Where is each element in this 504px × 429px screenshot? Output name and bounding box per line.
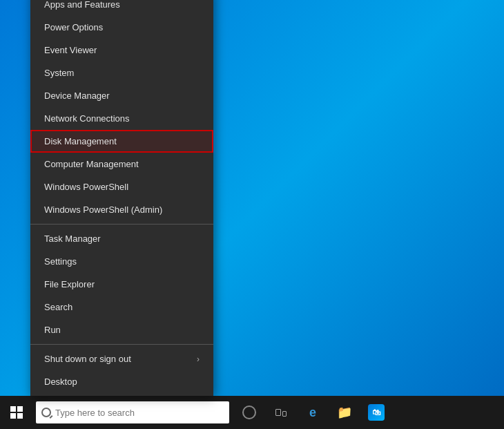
menu-item-label-task-manager: Task Manager xyxy=(44,233,101,244)
menu-item-file-explorer[interactable]: File Explorer xyxy=(30,273,213,296)
menu-item-label-device-manager: Device Manager xyxy=(44,90,110,101)
menu-item-settings[interactable]: Settings xyxy=(30,250,213,273)
search-input[interactable] xyxy=(55,408,224,418)
cortana-icon xyxy=(242,406,256,419)
menu-separator xyxy=(30,224,213,225)
menu-item-label-file-explorer: File Explorer xyxy=(44,279,95,289)
edge-icon: e xyxy=(309,406,316,420)
taskbar-search-box[interactable] xyxy=(36,401,229,423)
menu-item-shut-down-or-sign-out[interactable]: Shut down or sign out› xyxy=(30,347,213,370)
menu-item-label-search: Search xyxy=(44,302,72,312)
file-explorer-button[interactable]: 📁 xyxy=(330,396,359,429)
menu-item-computer-management[interactable]: Computer Management xyxy=(30,153,213,175)
menu-item-label-desktop: Desktop xyxy=(44,376,77,387)
menu-item-disk-management[interactable]: Disk Management xyxy=(30,130,213,153)
menu-item-run[interactable]: Run xyxy=(30,318,213,341)
menu-item-label-power-options: Power Options xyxy=(44,22,103,32)
menu-item-desktop[interactable]: Desktop xyxy=(30,370,213,393)
menu-item-network-connections[interactable]: Network Connections xyxy=(30,107,213,130)
menu-item-windows-powershell[interactable]: Windows PowerShell xyxy=(30,175,213,198)
menu-item-label-windows-powershell: Windows PowerShell xyxy=(44,182,128,192)
menu-item-power-options[interactable]: Power Options xyxy=(30,16,213,39)
taskview-button[interactable] xyxy=(266,396,295,429)
store-button[interactable]: 🛍 xyxy=(362,396,391,429)
menu-item-search[interactable]: Search xyxy=(30,296,213,318)
cortana-button[interactable] xyxy=(235,396,264,429)
taskview-rect-2 xyxy=(282,411,287,417)
taskview-rect-1 xyxy=(275,409,281,416)
folder-icon: 📁 xyxy=(337,405,352,420)
menu-item-system[interactable]: System xyxy=(30,61,213,84)
menu-item-event-viewer[interactable]: Event Viewer xyxy=(30,39,213,61)
menu-item-label-system: System xyxy=(44,68,74,78)
menu-item-label-event-viewer: Event Viewer xyxy=(44,45,97,55)
menu-separator xyxy=(30,344,213,345)
windows-logo-icon xyxy=(10,406,23,419)
menu-item-windows-powershell-admin[interactable]: Windows PowerShell (Admin) xyxy=(30,198,213,221)
menu-item-label-run: Run xyxy=(44,325,61,335)
menu-item-device-manager[interactable]: Device Manager xyxy=(30,84,213,107)
menu-item-label-windows-powershell-admin: Windows PowerShell (Admin) xyxy=(44,204,162,215)
menu-item-label-network-connections: Network Connections xyxy=(44,113,130,124)
menu-item-apps-and-features[interactable]: Apps and Features xyxy=(30,0,213,16)
search-icon xyxy=(41,408,51,417)
start-button[interactable] xyxy=(0,396,33,429)
menu-item-label-settings: Settings xyxy=(44,256,77,267)
edge-button[interactable]: e xyxy=(298,396,327,429)
menu-item-label-computer-management: Computer Management xyxy=(44,159,139,169)
store-icon: 🛍 xyxy=(368,404,385,421)
context-menu: Apps and FeaturesPower OptionsEvent View… xyxy=(30,0,213,396)
menu-item-arrow-shut-down-or-sign-out: › xyxy=(197,354,200,364)
taskview-icon xyxy=(275,409,287,417)
menu-item-label-shut-down-or-sign-out: Shut down or sign out xyxy=(44,354,131,364)
taskbar: e 📁 🛍 xyxy=(0,396,504,429)
menu-item-task-manager[interactable]: Task Manager xyxy=(30,227,213,250)
menu-item-label-disk-management: Disk Management xyxy=(44,136,117,146)
menu-item-label-apps-and-features: Apps and Features xyxy=(44,0,120,10)
desktop: Apps and FeaturesPower OptionsEvent View… xyxy=(0,0,504,429)
taskbar-icons: e 📁 🛍 xyxy=(235,396,391,429)
